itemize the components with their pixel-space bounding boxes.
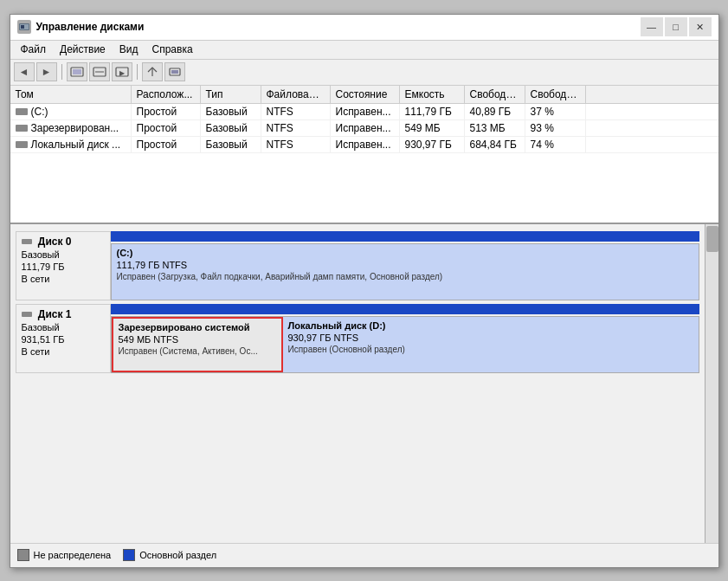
col-header-tom[interactable]: Том (10, 86, 132, 103)
legend-item-unallocated: Не распределена (17, 549, 112, 561)
cell-fs-0: NTFS (261, 104, 331, 119)
disk-icon-0 (16, 108, 28, 115)
legend-label-primary: Основной раздел (139, 550, 216, 560)
minimize-button[interactable]: — (641, 17, 663, 36)
col-header-svobodo[interactable]: Свободо... (465, 86, 525, 103)
col-header-fs[interactable]: Файловая с... (261, 86, 331, 103)
disk-map-area[interactable]: Диск 0 Базовый 111,79 ГБ В сети (C:) (10, 224, 705, 543)
disk-icon-2 (16, 141, 28, 148)
toolbar-separator-2 (137, 64, 138, 80)
toolbar-back[interactable]: ◄ (14, 62, 35, 81)
cell-raspoloj-2: Простой (132, 137, 201, 152)
window-controls: — □ ✕ (641, 17, 712, 36)
col-header-raspoloj[interactable]: Располож... (132, 86, 201, 103)
cell-sostoyanie-1: Исправен... (331, 120, 400, 136)
menu-file[interactable]: Файл (14, 42, 54, 57)
cell-raspoloj-0: Простой (132, 104, 201, 119)
disk-row-0: Диск 0 Базовый 111,79 ГБ В сети (C:) (16, 231, 699, 300)
partition-c-title: (C:) (117, 248, 693, 258)
menu-action[interactable]: Действие (53, 42, 113, 57)
col-header-sostoyanie[interactable]: Состояние (331, 86, 400, 103)
disk-row-1: Диск 1 Базовый 931,51 ГБ В сети (16, 304, 699, 373)
toolbar-btn-1[interactable] (67, 62, 87, 81)
scrollbar-thumb[interactable] (706, 226, 718, 252)
disk-0-size: 111,79 ГБ (22, 261, 105, 272)
list-row[interactable]: Локальный диск ... Простой Базовый NTFS … (10, 137, 718, 153)
disk-1-size: 931,51 ГБ (22, 334, 105, 345)
toolbar-btn-2[interactable] (89, 62, 110, 81)
disk-icon-small (22, 239, 32, 244)
partition-d-status: Исправен (Основной раздел) (288, 345, 693, 354)
disk-info-1: Диск 1 Базовый 931,51 ГБ В сети (16, 304, 111, 373)
disk-0-partitions: (C:) 111,79 ГБ NTFS Исправен (Загрузка, … (111, 231, 699, 300)
list-row[interactable]: (C:) Простой Базовый NTFS Исправен... 11… (10, 104, 718, 120)
cell-tip-1: Базовый (201, 120, 261, 136)
window-title: Управление дисками (36, 21, 145, 33)
cell-svobodop-1: 93 % (525, 120, 586, 136)
partition-d[interactable]: Локальный диск (D:) 930,97 ГБ NTFS Испра… (283, 317, 699, 372)
partition-reserved[interactable]: Зарезервировано системой 549 МБ NTFS Исп… (112, 317, 283, 372)
disk-0-type: Базовый (22, 249, 105, 260)
cell-sostoyanie-0: Исправен... (331, 104, 400, 119)
cell-sostoyanie-2: Исправен... (331, 137, 400, 152)
cell-emkost-1: 549 МБ (400, 120, 465, 136)
close-button[interactable]: ✕ (689, 17, 712, 36)
main-window: Управление дисками — □ ✕ Файл Действие В… (10, 14, 719, 568)
partition-c[interactable]: (C:) 111,79 ГБ NTFS Исправен (Загрузка, … (112, 244, 699, 300)
cell-raspoloj-1: Простой (132, 120, 201, 136)
title-bar-left: Управление дисками (17, 20, 145, 34)
legend-label-unallocated: Не распределена (34, 550, 112, 560)
cell-svobodo-2: 684,84 ГБ (465, 137, 525, 152)
legend-box-unallocated (17, 549, 29, 561)
list-row[interactable]: Зарезервирован... Простой Базовый NTFS И… (10, 120, 718, 137)
disk-0-bar (111, 231, 699, 242)
toolbar-forward[interactable]: ► (36, 62, 57, 81)
svg-rect-2 (21, 25, 24, 29)
disk-1-bar (111, 304, 699, 314)
content-area: Том Располож... Тип Файловая с... Состоя… (10, 86, 718, 567)
menu-help[interactable]: Справка (145, 42, 200, 57)
partition-d-size: 930,97 ГБ NTFS (288, 332, 693, 343)
cell-svobodop-0: 37 % (525, 104, 586, 119)
cell-tom-2: Локальный диск ... (10, 137, 132, 152)
disk-1-partitions-row: Зарезервировано системой 549 МБ NTFS Исп… (111, 316, 699, 373)
cell-emkost-2: 930,97 ГБ (400, 137, 465, 152)
toolbar: ◄ ► ▶ (10, 60, 718, 86)
legend-bar: Не распределена Основной раздел (10, 543, 718, 567)
disk-0-partitions-row: (C:) 111,79 ГБ NTFS Исправен (Загрузка, … (111, 243, 699, 300)
disk-info-0: Диск 0 Базовый 111,79 ГБ В сети (16, 231, 111, 300)
col-header-svobodop[interactable]: Свободно % (525, 86, 586, 103)
legend-box-primary (123, 549, 135, 561)
menu-bar: Файл Действие Вид Справка (10, 41, 718, 60)
cell-svobodo-1: 513 МБ (465, 120, 525, 136)
svg-rect-10 (171, 70, 178, 74)
list-view[interactable]: Том Располож... Тип Файловая с... Состоя… (10, 86, 718, 224)
cell-fs-1: NTFS (261, 120, 331, 136)
col-header-tip[interactable]: Тип (201, 86, 261, 103)
disk-1-partitions: Зарезервировано системой 549 МБ NTFS Исп… (111, 304, 699, 373)
legend-item-primary: Основной раздел (123, 549, 216, 561)
scrollbar[interactable] (705, 224, 718, 543)
cell-svobodop-2: 74 % (525, 137, 586, 152)
partition-reserved-status: Исправен (Система, Активен, Ос... (119, 346, 276, 356)
col-header-emkost[interactable]: Емкость (400, 86, 465, 103)
partition-c-status: Исправен (Загрузка, Файл подкачки, Авари… (117, 272, 693, 281)
menu-view[interactable]: Вид (113, 42, 145, 57)
cell-tip-0: Базовый (201, 104, 261, 119)
title-bar: Управление дисками — □ ✕ (10, 15, 718, 41)
toolbar-btn-4[interactable] (142, 62, 163, 81)
toolbar-btn-3[interactable]: ▶ (112, 62, 132, 81)
app-icon (17, 20, 31, 34)
maximize-button[interactable]: □ (665, 17, 687, 36)
disk-0-name: Диск 0 (22, 236, 105, 248)
disk-1-name: Диск 1 (22, 308, 105, 320)
cell-svobodo-0: 40,89 ГБ (465, 104, 525, 119)
disk-1-status: В сети (22, 346, 105, 357)
disk-0-status: В сети (22, 274, 105, 284)
cell-tip-2: Базовый (201, 137, 261, 152)
disk-1-bar-fill (111, 304, 699, 314)
partition-d-title: Локальный диск (D:) (288, 320, 693, 331)
toolbar-btn-5[interactable] (164, 62, 185, 81)
disk-icon-small-1 (22, 312, 32, 317)
disk-1-type: Базовый (22, 322, 105, 332)
